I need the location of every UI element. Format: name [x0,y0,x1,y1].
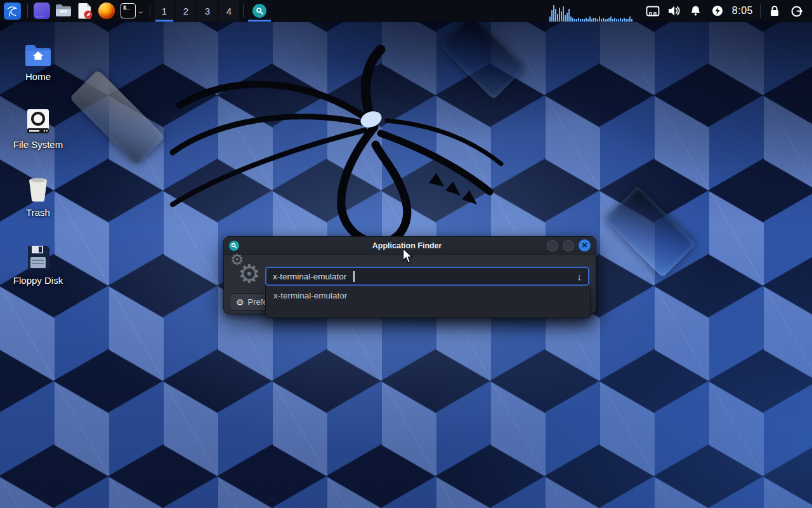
notifications-bell-icon[interactable] [685,0,707,22]
launcher-firefox[interactable] [96,0,117,22]
window-title: Application Finder [372,241,442,250]
launcher-app-window[interactable]: ... [31,0,53,22]
workspace-label: 3 [205,6,210,17]
workspace-label: 2 [183,6,188,17]
floppy-disk-icon [26,239,50,270]
text-editor-icon [77,3,93,19]
workspace-label: 4 [226,6,232,17]
workspace-label: 1 [162,6,167,17]
launcher-text-editor[interactable] [74,0,96,22]
trash-empty-icon [27,171,49,202]
applications-menu-button[interactable] [0,0,24,22]
desktop-icon-trash[interactable]: Trash [10,171,66,239]
text-caret [353,271,355,282]
network-icon[interactable] [642,0,664,22]
top-panel: ... $_ [0,0,812,22]
panel-separator [760,4,761,18]
desktop-icon-floppy-disk[interactable]: Floppy Disk [10,239,66,307]
firefox-icon [98,3,115,19]
chevron-down-icon[interactable]: ⌄ [136,7,145,15]
close-button[interactable]: ✕ [579,239,591,251]
workspace-button-4[interactable]: 4 [219,0,239,22]
maximize-button[interactable] [563,240,574,251]
desktop-icon-label: Floppy Disk [13,275,63,286]
taskbar-application-finder[interactable] [247,0,272,22]
clock[interactable]: 8:05 [728,5,757,17]
hard-disk-icon [26,104,50,134]
desktop: ... $_ [0,0,812,508]
terminal-icon: $_ [121,3,136,18]
desktop-icon-label: File System [13,139,63,150]
kali-logo-icon [4,3,21,20]
titlebar[interactable]: Application Finder ✕ [224,237,596,255]
cpu-graph[interactable] [549,3,634,22]
app-window-icon: ... [34,3,50,19]
completion-dropdown: x-terminal-emulator [265,286,591,318]
desktop-icon-file-system[interactable]: File System [10,104,66,171]
volume-icon[interactable] [664,0,685,22]
desktop-icon-home[interactable]: Home [10,36,66,104]
folder-icon [55,4,72,18]
search-input[interactable]: x-terminal-emulator ↓ [265,267,589,286]
panel-separator [243,4,244,18]
application-finder-icon [252,4,266,18]
workspace-button-3[interactable]: 3 [197,0,218,22]
launcher-terminal[interactable]: $_ ⌄ [117,0,147,22]
desktop-icon-list: Home File System [10,36,66,307]
desktop-icon-label: Trash [26,207,50,218]
workspace-button-2[interactable]: 2 [176,0,196,22]
home-folder-icon [24,36,52,66]
lock-icon[interactable] [764,0,785,22]
desktop-icon-label: Home [25,71,51,82]
application-finder-window: Application Finder ✕ ⚙ ⚙ x-terminal-emul… [223,236,596,314]
panel-separator [150,4,150,18]
window-titlebar-icon [229,241,239,251]
panel-separator [27,4,28,18]
search-input-value: x-terminal-emulator [273,272,346,281]
close-icon: ✕ [582,241,587,250]
power-manager-icon[interactable] [707,0,728,22]
logout-icon[interactable] [785,0,807,22]
dropdown-arrow-icon[interactable]: ↓ [577,271,582,282]
gear-icon: ⚙ [236,297,244,307]
execute-gears-icon: ⚙ ⚙ [230,255,263,288]
dropdown-item[interactable]: x-terminal-emulator [266,286,590,305]
workspace-button-1[interactable]: 1 [154,0,174,22]
launcher-file-manager[interactable] [53,0,74,22]
minimize-button[interactable] [547,240,558,251]
